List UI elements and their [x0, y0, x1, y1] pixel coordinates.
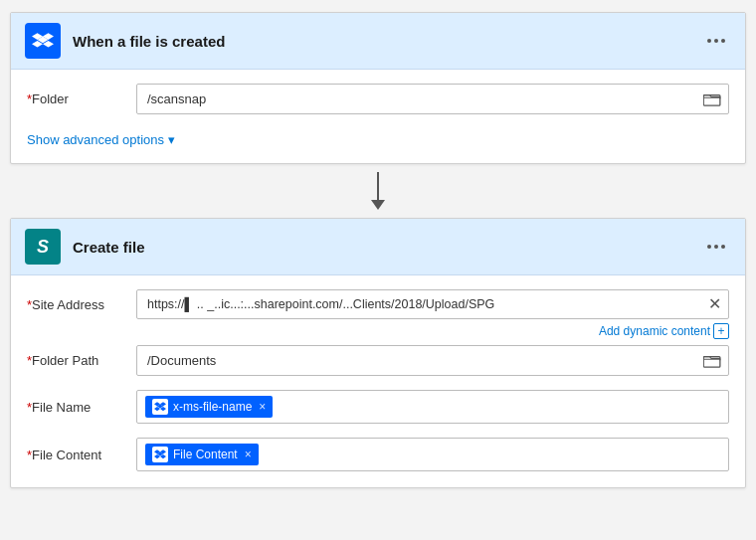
- site-address-input-wrap: https://▌ .. _..ic...:...sharepoint.com/…: [136, 289, 729, 319]
- trigger-card: When a file is created *Folder: [10, 12, 746, 164]
- site-address-label: *Site Address: [27, 297, 136, 312]
- folder-path-input-wrap: [136, 345, 729, 376]
- action-card-body: *Site Address https://▌ .. _..ic...:...s…: [11, 275, 745, 487]
- file-content-row: *File Content: [27, 438, 729, 471]
- folder-path-label: *Folder Path: [27, 353, 136, 368]
- file-content-token-dropbox-icon: [152, 447, 168, 462]
- dynamic-content-label: Add dynamic content: [599, 324, 710, 338]
- file-name-token-dropbox-icon: [152, 399, 168, 415]
- file-content-token-remove-button[interactable]: ×: [245, 448, 252, 461]
- folder-label: *Folder: [27, 91, 136, 106]
- folder-path-input[interactable]: [136, 345, 729, 376]
- file-name-token-remove-button[interactable]: ×: [259, 400, 266, 414]
- trigger-card-body: *Folder Show advanced options ▾: [11, 70, 745, 163]
- folder-path-row: *Folder Path: [27, 345, 729, 376]
- flow-arrow: [371, 164, 385, 218]
- trigger-title: When a file is created: [73, 33, 701, 50]
- action-menu-button[interactable]: [701, 241, 731, 253]
- file-name-label: *File Name: [27, 400, 136, 415]
- file-name-row: *File Name: [27, 390, 729, 424]
- dropbox-icon-header: [25, 23, 61, 59]
- dynamic-content-plus-icon: +: [713, 323, 729, 339]
- file-name-token-label: x-ms-file-name: [173, 400, 252, 414]
- folder-row: *Folder: [27, 84, 729, 114]
- advanced-link-label: Show advanced options: [27, 132, 164, 147]
- file-content-label: *File Content: [27, 448, 136, 462]
- folder-path-browse-icon[interactable]: [703, 354, 721, 368]
- dropbox-logo: [32, 30, 54, 52]
- file-name-input-wrap: x-ms-file-name ×: [136, 390, 729, 424]
- action-card-header: S Create file: [11, 219, 745, 275]
- file-name-token: x-ms-file-name ×: [145, 396, 273, 418]
- folder-input-wrap: [136, 84, 729, 114]
- site-address-row: *Site Address https://▌ .. _..ic...:...s…: [27, 289, 729, 339]
- folder-browse-icon[interactable]: [703, 92, 721, 106]
- sharepoint-icon-header: S: [25, 229, 61, 265]
- action-title: Create file: [73, 239, 701, 256]
- trigger-card-header: When a file is created: [11, 13, 745, 70]
- site-address-clear-button[interactable]: ✕: [708, 296, 721, 312]
- file-content-token: File Content ×: [145, 444, 259, 465]
- file-name-token-input[interactable]: x-ms-file-name ×: [136, 390, 729, 424]
- file-content-input-wrap: File Content ×: [136, 438, 729, 471]
- trigger-menu-button[interactable]: [701, 35, 731, 47]
- action-card: S Create file *Site Address https://▌ ..…: [10, 218, 746, 488]
- site-address-display: https://▌ .. _..ic...:...sharepoint.com/…: [136, 289, 729, 319]
- folder-input[interactable]: [136, 84, 729, 114]
- advanced-chevron-icon: ▾: [168, 132, 175, 147]
- show-advanced-options-link[interactable]: Show advanced options ▾: [27, 132, 175, 147]
- file-content-token-label: File Content: [173, 448, 238, 461]
- arrow-line: [377, 172, 379, 200]
- arrow-head: [371, 200, 385, 210]
- sharepoint-logo: S: [37, 237, 49, 258]
- file-content-token-input[interactable]: File Content ×: [136, 438, 729, 471]
- add-dynamic-content-link[interactable]: Add dynamic content +: [599, 323, 729, 339]
